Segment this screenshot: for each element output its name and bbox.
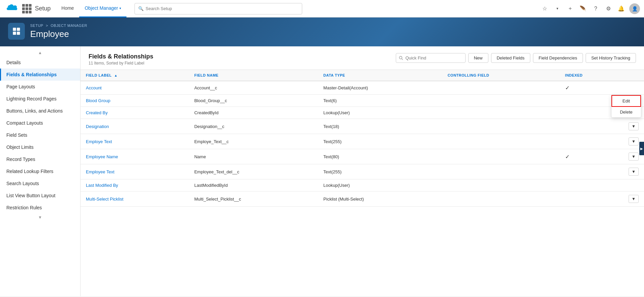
cell-actions <box>623 179 644 192</box>
sidebar: ▲ DetailsFields & RelationshipsPage Layo… <box>0 46 80 296</box>
right-scroll-indicator[interactable]: ▶ <box>639 142 644 155</box>
add-icon[interactable]: ＋ <box>566 4 575 13</box>
salesforce-logo[interactable] <box>4 2 17 15</box>
sidebar-item-search-layouts[interactable]: Search Layouts <box>0 177 80 189</box>
table-row: AccountAccount__cMaster-Detail(Account)✓ <box>80 81 644 95</box>
row-actions-dropdown[interactable]: ▼ <box>629 168 639 176</box>
svg-rect-2 <box>13 32 16 35</box>
favorites-icon[interactable]: ☆ <box>540 4 549 13</box>
sort-icon[interactable]: ▲ <box>114 74 117 77</box>
new-button[interactable]: New <box>468 53 488 63</box>
cell-field-name: CreatedById <box>189 107 318 119</box>
field-label-link[interactable]: Multi-Select Picklist <box>86 197 123 202</box>
cell-field-label: Created By <box>80 107 189 119</box>
table-row: Blood GroupBlood_Group__cText(6)EditDele… <box>80 95 644 107</box>
sidebar-item-field-sets[interactable]: Field Sets <box>0 129 80 141</box>
table-title-block: Fields & Relationships 11 Items, Sorted … <box>89 53 153 66</box>
sidebar-item-compact-layouts[interactable]: Compact Layouts <box>0 117 80 129</box>
favorites-dropdown-icon[interactable]: ▾ <box>553 4 562 13</box>
cell-data-type: Lookup(User) <box>318 179 442 192</box>
table-row: Multi-Select PicklistMulti_Select_Pickli… <box>80 192 644 207</box>
field-label-link[interactable]: Employee Name <box>86 154 118 159</box>
help-feather-icon[interactable]: 🪶 <box>578 4 588 13</box>
sidebar-item-lightning-record-pages[interactable]: Lightning Record Pages <box>0 93 80 105</box>
deleted-fields-button[interactable]: Deleted Fields <box>491 53 530 63</box>
field-label-link[interactable]: Last Modified By <box>86 183 118 188</box>
table-actions: New Deleted Fields Field Dependencies Se… <box>396 53 636 63</box>
object-title: Employee <box>30 29 87 39</box>
user-avatar[interactable]: 👤 <box>629 3 640 14</box>
dropdown-delete[interactable]: Delete <box>611 107 641 117</box>
col-header-indexed: INDEXED <box>560 70 624 81</box>
field-label-link[interactable]: Designation <box>86 124 109 129</box>
bell-icon[interactable]: 🔔 <box>616 4 626 13</box>
cell-controlling-field <box>442 95 559 107</box>
field-dependencies-button[interactable]: Field Dependencies <box>533 53 583 63</box>
table-area: Fields & Relationships 11 Items, Sorted … <box>80 46 644 296</box>
sidebar-items: DetailsFields & RelationshipsPage Layout… <box>0 56 80 214</box>
row-actions-dropdown[interactable]: ▼ <box>629 137 639 145</box>
sidebar-item-list-view-button-layout[interactable]: List View Button Layout <box>0 189 80 202</box>
cell-data-type: Text(255) <box>318 164 442 179</box>
search-bar: 🔍 <box>135 3 302 14</box>
nav-home[interactable]: Home <box>56 0 79 17</box>
cell-indexed: ✓ <box>560 81 624 95</box>
row-actions-dropdown[interactable]: ▼ <box>629 122 639 130</box>
cell-field-label: Last Modified By <box>80 179 189 192</box>
search-icon: 🔍 <box>138 6 144 11</box>
sidebar-item-buttons-links-actions[interactable]: Buttons, Links, and Actions <box>0 105 80 117</box>
col-header-field-name: FIELD NAME <box>189 70 318 81</box>
row-actions-dropdown[interactable]: ▼ <box>629 195 639 203</box>
field-label-link[interactable]: Account <box>86 85 102 90</box>
dropdown-edit[interactable]: Edit <box>611 95 641 107</box>
cell-field-label: Account <box>80 81 189 95</box>
nav-object-manager[interactable]: Object Manager ▾ <box>79 0 126 17</box>
sidebar-item-details[interactable]: Details <box>0 56 80 69</box>
search-input[interactable] <box>146 6 299 11</box>
quick-find-input[interactable] <box>396 53 466 63</box>
table-container: Fields & Relationships 11 Items, Sorted … <box>80 46 644 296</box>
cell-indexed <box>560 164 624 179</box>
nav-links: Home Object Manager ▾ <box>56 0 126 17</box>
help-icon[interactable]: ? <box>591 4 600 13</box>
cell-field-name: Employee_Text_del__c <box>189 164 318 179</box>
cell-field-label: Employe Text <box>80 134 189 149</box>
table-row: Last Modified ByLastModifiedByIdLookup(U… <box>80 179 644 192</box>
table-row: Employee TextEmployee_Text_del__cText(25… <box>80 164 644 179</box>
row-actions-dropdown[interactable]: ▼ <box>629 153 639 161</box>
settings-icon[interactable]: ⚙ <box>604 4 613 13</box>
main-content: ▲ DetailsFields & RelationshipsPage Layo… <box>0 46 644 296</box>
app-switcher[interactable] <box>22 4 32 13</box>
col-header-field-label: FIELD LABEL ▲ <box>80 70 189 81</box>
sidebar-item-object-limits[interactable]: Object Limits <box>0 141 80 153</box>
col-header-actions <box>623 70 644 81</box>
sidebar-item-page-layouts[interactable]: Page Layouts <box>0 81 80 93</box>
set-history-tracking-button[interactable]: Set History Tracking <box>586 53 636 63</box>
field-label-link[interactable]: Created By <box>86 110 108 115</box>
sidebar-scroll-down[interactable]: ▼ <box>0 214 80 221</box>
sidebar-item-record-types[interactable]: Record Types <box>0 153 80 165</box>
fields-table: FIELD LABEL ▲ FIELD NAME DATA TYPE CONTR… <box>80 70 644 207</box>
col-label-text: FIELD LABEL <box>86 73 112 77</box>
field-label-link[interactable]: Blood Group <box>86 98 110 103</box>
cell-field-label: Multi-Select Picklist <box>80 192 189 207</box>
cell-controlling-field <box>442 81 559 95</box>
cell-indexed: ✓ <box>560 149 624 164</box>
cell-indexed <box>560 119 624 134</box>
cell-field-name: Multi_Select_Picklist__c <box>189 192 318 207</box>
cell-actions: ▼ <box>623 119 644 134</box>
sidebar-item-fields-relationships[interactable]: Fields & Relationships <box>0 69 80 81</box>
field-label-link[interactable]: Employe Text <box>86 139 112 144</box>
breadcrumb-setup[interactable]: SETUP <box>30 24 43 28</box>
field-label-link[interactable]: Employee Text <box>86 169 114 174</box>
sidebar-scroll-up[interactable]: ▲ <box>0 49 80 56</box>
sidebar-item-restriction-rules[interactable]: Restriction Rules <box>0 202 80 214</box>
top-navigation: Setup Home Object Manager ▾ 🔍 ☆ ▾ ＋ 🪶 ? … <box>0 0 644 17</box>
breadcrumb-object-manager[interactable]: OBJECT MANAGER <box>51 24 87 28</box>
svg-rect-3 <box>17 32 20 35</box>
table-body: AccountAccount__cMaster-Detail(Account)✓… <box>80 81 644 207</box>
sidebar-item-related-lookup-filters[interactable]: Related Lookup Filters <box>0 165 80 177</box>
cell-actions: ▼ <box>623 192 644 207</box>
cell-field-name: Account__c <box>189 81 318 95</box>
indexed-checkmark: ✓ <box>565 85 570 91</box>
